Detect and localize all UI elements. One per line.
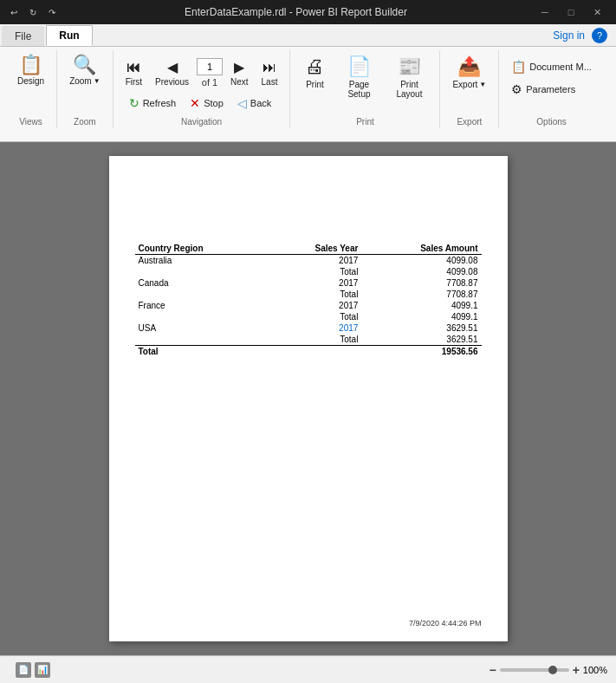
col-header-year: Sales Year: [269, 243, 362, 255]
next-icon: ▶: [234, 59, 244, 75]
ribbon-group-views: 📋 Design Views: [5, 50, 57, 128]
main-canvas: Country Region Sales Year Sales Amount A…: [0, 142, 616, 655]
row-country: USA: [135, 322, 269, 334]
report-footer: 7/9/2020 4:44:26 PM: [409, 619, 482, 628]
parameters-button[interactable]: ⚙ Parameters: [506, 80, 580, 99]
parameters-icon: ⚙: [511, 82, 522, 96]
print-button[interactable]: 🖨 Print: [297, 52, 332, 93]
table-row: Canada20177708.87: [135, 277, 482, 289]
row-year: Total: [269, 334, 362, 346]
print-layout-button[interactable]: 📰 Print Layout: [386, 52, 432, 102]
maximize-btn[interactable]: □: [559, 3, 583, 21]
row-country: Canada: [135, 277, 269, 289]
design-icon: 📋: [19, 55, 42, 75]
redo-btn[interactable]: ↻: [26, 5, 40, 19]
zoom-button[interactable]: 🔍 Zoom ▼: [64, 52, 105, 89]
last-icon: ⏭: [263, 60, 276, 75]
tab-run[interactable]: Run: [46, 25, 92, 46]
row-amount: 7708.87: [361, 277, 481, 289]
report-table: Country Region Sales Year Sales Amount A…: [135, 243, 482, 357]
design-label: Design: [17, 76, 44, 86]
nav-row-top: ⏮ First ◀ Previous 1 of 1 ▶ Next: [120, 55, 283, 90]
row-amount: 3629.51: [361, 322, 481, 334]
sign-in-area: Sign in ?: [544, 24, 616, 46]
status-icon-1[interactable]: 📄: [16, 662, 31, 678]
ribbon-group-zoom: 🔍 Zoom ▼ Zoom: [57, 50, 113, 128]
close-btn[interactable]: ✕: [585, 3, 609, 21]
ribbon: 📋 Design Views 🔍 Zoom ▼ Zoom ⏮: [0, 47, 616, 142]
export-label: Export: [452, 80, 477, 89]
back-button[interactable]: ◁ Back: [232, 94, 276, 113]
next-button[interactable]: ▶ Next: [225, 55, 254, 90]
views-group-label: Views: [5, 117, 56, 127]
nav-group-label: Navigation: [113, 117, 290, 127]
stop-label: Stop: [204, 98, 224, 108]
document-map-icon: 📋: [511, 60, 526, 74]
row-country: [135, 289, 269, 300]
title-bar-left: ↩ ↻ ↷: [7, 5, 59, 19]
table-row: France20174099.1: [135, 300, 482, 311]
ribbon-group-print: 🖨 Print 📄 Page Setup 📰 Print Layout Prin…: [290, 50, 440, 128]
page-input[interactable]: 1: [197, 58, 223, 75]
document-map-button[interactable]: 📋 Document M...: [506, 57, 597, 76]
back-label: Back: [250, 98, 271, 108]
zoom-dropdown-icon: ▼: [94, 77, 101, 85]
row-country: Australia: [135, 255, 269, 267]
print-label: Print: [306, 80, 324, 89]
refresh-button[interactable]: ↻ Refresh: [124, 94, 182, 113]
col-header-amount: Sales Amount: [361, 243, 481, 255]
previous-button[interactable]: ◀ Previous: [150, 55, 194, 90]
options-items: 📋 Document M... ⚙ Parameters: [506, 52, 597, 127]
page-input-group: 1 of 1: [197, 58, 223, 88]
stop-icon: ✕: [190, 96, 200, 110]
help-icon[interactable]: ?: [592, 28, 607, 43]
row-year: 2017: [269, 322, 362, 334]
row-amount: 4099.1: [361, 311, 481, 322]
grand-total-row: Total 19536.56: [135, 346, 482, 358]
window-controls: ─ □ ✕: [533, 3, 609, 21]
previous-icon: ◀: [167, 59, 178, 75]
grand-total-empty: [269, 346, 362, 358]
redo2-btn[interactable]: ↷: [45, 5, 59, 19]
col-header-country: Country Region: [135, 243, 269, 255]
previous-label: Previous: [155, 77, 189, 87]
zoom-minus-btn[interactable]: −: [489, 663, 496, 677]
document-map-label: Document M...: [529, 62, 592, 72]
zoom-plus-btn[interactable]: +: [573, 663, 580, 677]
ribbon-group-options: 📋 Document M... ⚙ Parameters Options: [499, 50, 604, 128]
minimize-btn[interactable]: ─: [533, 3, 557, 21]
stop-button[interactable]: ✕ Stop: [185, 94, 229, 113]
ribbon-tabs-row: File Run Sign in ?: [0, 24, 616, 47]
page-setup-button[interactable]: 📄 Page Setup: [335, 52, 382, 102]
row-country: [135, 266, 269, 277]
zoom-group-label: Zoom: [57, 117, 112, 127]
title-bar: ↩ ↻ ↷ EnterDataExample.rdl - Power BI Re…: [0, 0, 616, 24]
print-layout-label: Print Layout: [391, 80, 427, 99]
print-layout-icon: 📰: [398, 55, 421, 78]
table-row: USA20173629.51: [135, 322, 482, 334]
zoom-slider-thumb[interactable]: [548, 666, 557, 674]
sign-in-link[interactable]: Sign in: [553, 29, 585, 42]
last-label: Last: [262, 77, 278, 87]
last-button[interactable]: ⏭ Last: [256, 56, 283, 90]
row-country: [135, 334, 269, 346]
status-icon-2[interactable]: 📊: [35, 662, 50, 678]
first-button[interactable]: ⏮ First: [120, 56, 147, 90]
zoom-control: − + 100%: [489, 663, 607, 677]
app-title: EnterDataExample.rdl - Power BI Report B…: [185, 6, 407, 18]
undo-btn[interactable]: ↩: [7, 5, 21, 19]
ribbon-group-export: 📤 Export ▼ Export: [440, 50, 499, 128]
ribbon-group-navigation: ⏮ First ◀ Previous 1 of 1 ▶ Next: [113, 50, 291, 128]
tab-file[interactable]: File: [2, 26, 44, 46]
views-items: 📋 Design: [12, 52, 49, 127]
print-items: 🖨 Print 📄 Page Setup 📰 Print Layout: [297, 52, 432, 127]
refresh-label: Refresh: [143, 98, 177, 108]
design-button[interactable]: 📋 Design: [12, 52, 49, 89]
zoom-slider[interactable]: [500, 668, 569, 672]
first-label: First: [126, 77, 142, 87]
table-row: Total4099.1: [135, 311, 482, 322]
export-button[interactable]: 📤 Export ▼: [447, 52, 491, 93]
print-icon: 🖨: [305, 55, 324, 78]
table-row: Australia20174099.08: [135, 255, 482, 267]
first-icon: ⏮: [126, 60, 140, 75]
